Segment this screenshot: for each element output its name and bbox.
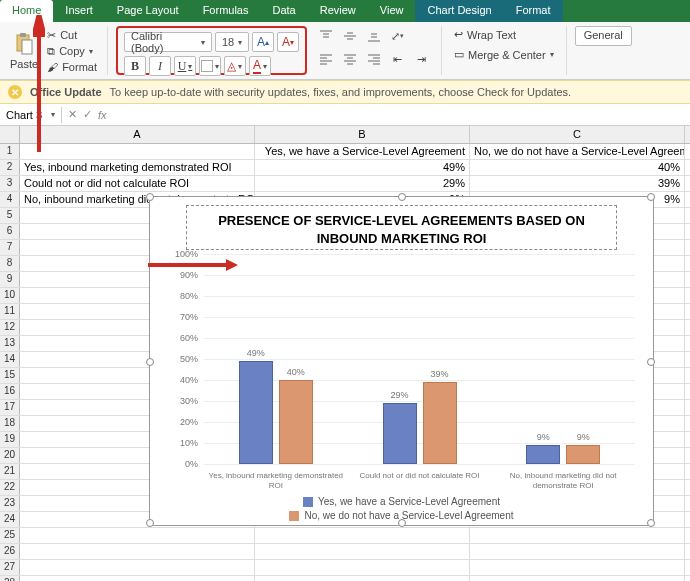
grid-row[interactable]: 3Could not or did not calculate ROI29%39… — [0, 176, 690, 192]
chart-bar[interactable]: 49% — [239, 361, 273, 464]
chart-resize-handle[interactable] — [647, 358, 655, 366]
row-header[interactable]: 16 — [0, 384, 20, 399]
border-button[interactable]: ▾ — [199, 56, 221, 76]
cell[interactable] — [255, 560, 470, 575]
grid-row[interactable]: 2Yes, inbound marketing demonstrated ROI… — [0, 160, 690, 176]
col-header-c[interactable]: C — [470, 126, 685, 143]
tab-page-layout[interactable]: Page Layout — [105, 0, 191, 22]
decrease-font-button[interactable]: A▾ — [277, 32, 299, 52]
tab-format[interactable]: Format — [504, 0, 563, 22]
chart-resize-handle[interactable] — [398, 519, 406, 527]
row-header[interactable]: 28 — [0, 576, 20, 581]
chart-resize-handle[interactable] — [647, 519, 655, 527]
fill-color-button[interactable]: ◬▾ — [224, 56, 246, 76]
cell[interactable]: Yes, inbound marketing demonstrated ROI — [20, 160, 255, 175]
row-header[interactable]: 25 — [0, 528, 20, 543]
tab-review[interactable]: Review — [308, 0, 368, 22]
row-header[interactable]: 4 — [0, 192, 20, 207]
cell[interactable] — [20, 576, 255, 581]
cell[interactable]: No, we do not have a Service-Level Agree… — [470, 144, 685, 159]
italic-button[interactable]: I — [149, 56, 171, 76]
cell[interactable]: 40% — [470, 160, 685, 175]
tab-chart-design[interactable]: Chart Design — [415, 0, 503, 22]
chart-title[interactable]: PRESENCE OF SERVICE-LEVEL AGREEMENTS BAS… — [186, 205, 617, 250]
underline-button[interactable]: U▾ — [174, 56, 196, 76]
cell[interactable]: Could not or did not calculate ROI — [20, 176, 255, 191]
tab-formulas[interactable]: Formulas — [191, 0, 261, 22]
row-header[interactable]: 10 — [0, 288, 20, 303]
align-left-button[interactable] — [315, 49, 337, 69]
bold-button[interactable]: B — [124, 56, 146, 76]
wrap-text-button[interactable]: ↩Wrap Text — [450, 26, 558, 43]
cell[interactable] — [20, 144, 255, 159]
row-header[interactable]: 26 — [0, 544, 20, 559]
grid-row[interactable]: 28 — [0, 576, 690, 581]
row-header[interactable]: 18 — [0, 416, 20, 431]
fx-icon[interactable]: fx — [98, 109, 107, 121]
cell[interactable] — [470, 528, 685, 543]
cell[interactable]: 29% — [255, 176, 470, 191]
paste-button[interactable]: Paste — [6, 30, 42, 72]
cell[interactable] — [20, 528, 255, 543]
name-box[interactable]: Chart 3▾ — [0, 107, 62, 123]
chart-bar[interactable]: 29% — [383, 403, 417, 464]
cell[interactable]: Yes, we have a Service-Level Agreement — [255, 144, 470, 159]
chart-bar[interactable]: 40% — [279, 380, 313, 464]
grid-row[interactable]: 27 — [0, 560, 690, 576]
row-header[interactable]: 27 — [0, 560, 20, 575]
cell[interactable] — [470, 544, 685, 559]
format-painter-button[interactable]: 🖌Format — [45, 60, 99, 74]
row-header[interactable]: 17 — [0, 400, 20, 415]
row-header[interactable]: 11 — [0, 304, 20, 319]
font-size-dropdown[interactable]: 18▾ — [215, 32, 249, 52]
row-header[interactable]: 5 — [0, 208, 20, 223]
accept-formula-icon[interactable]: ✓ — [83, 108, 92, 121]
merge-center-button[interactable]: ▭Merge & Center▾ — [450, 46, 558, 63]
cell[interactable] — [255, 528, 470, 543]
chart-plot-area[interactable]: 0%10%20%30%40%50%60%70%80%90%100%49%40%2… — [162, 254, 641, 464]
font-family-dropdown[interactable]: Calibri (Body)▾ — [124, 32, 212, 52]
grid-row[interactable]: 1Yes, we have a Service-Level AgreementN… — [0, 144, 690, 160]
font-color-button[interactable]: A▾ — [249, 56, 271, 76]
cell[interactable]: 39% — [470, 176, 685, 191]
close-notice-button[interactable]: ✕ — [8, 85, 22, 99]
row-header[interactable]: 24 — [0, 512, 20, 527]
row-header[interactable]: 2 — [0, 160, 20, 175]
row-header[interactable]: 3 — [0, 176, 20, 191]
row-header[interactable]: 15 — [0, 368, 20, 383]
chart-resize-handle[interactable] — [398, 193, 406, 201]
row-header[interactable]: 7 — [0, 240, 20, 255]
row-header[interactable]: 8 — [0, 256, 20, 271]
col-header-a[interactable]: A — [20, 126, 255, 143]
row-header[interactable]: 1 — [0, 144, 20, 159]
select-all-corner[interactable] — [0, 126, 20, 143]
increase-indent-button[interactable]: ⇥ — [411, 49, 433, 69]
row-header[interactable]: 9 — [0, 272, 20, 287]
orientation-button[interactable]: ⤢▾ — [387, 26, 409, 46]
number-format-dropdown[interactable]: General — [575, 26, 632, 46]
tab-insert[interactable]: Insert — [53, 0, 105, 22]
grid-row[interactable]: 25 — [0, 528, 690, 544]
col-header-b[interactable]: B — [255, 126, 470, 143]
chart-resize-handle[interactable] — [647, 193, 655, 201]
row-header[interactable]: 21 — [0, 464, 20, 479]
tab-home[interactable]: Home — [0, 0, 53, 22]
chart-legend[interactable]: Yes, we have a Service-Level AgreementNo… — [150, 496, 653, 521]
row-header[interactable]: 20 — [0, 448, 20, 463]
row-header[interactable]: 6 — [0, 224, 20, 239]
align-bottom-button[interactable] — [363, 26, 385, 46]
row-header[interactable]: 19 — [0, 432, 20, 447]
chart-resize-handle[interactable] — [146, 193, 154, 201]
row-header[interactable]: 14 — [0, 352, 20, 367]
chart-resize-handle[interactable] — [146, 358, 154, 366]
row-header[interactable]: 12 — [0, 320, 20, 335]
cut-button[interactable]: ✂Cut — [45, 28, 99, 43]
row-header[interactable]: 22 — [0, 480, 20, 495]
align-right-button[interactable] — [363, 49, 385, 69]
tab-view[interactable]: View — [368, 0, 416, 22]
chart-bar[interactable]: 9% — [566, 445, 600, 464]
increase-font-button[interactable]: A▴ — [252, 32, 274, 52]
cell[interactable]: 49% — [255, 160, 470, 175]
tab-data[interactable]: Data — [260, 0, 307, 22]
cancel-formula-icon[interactable]: ✕ — [68, 108, 77, 121]
